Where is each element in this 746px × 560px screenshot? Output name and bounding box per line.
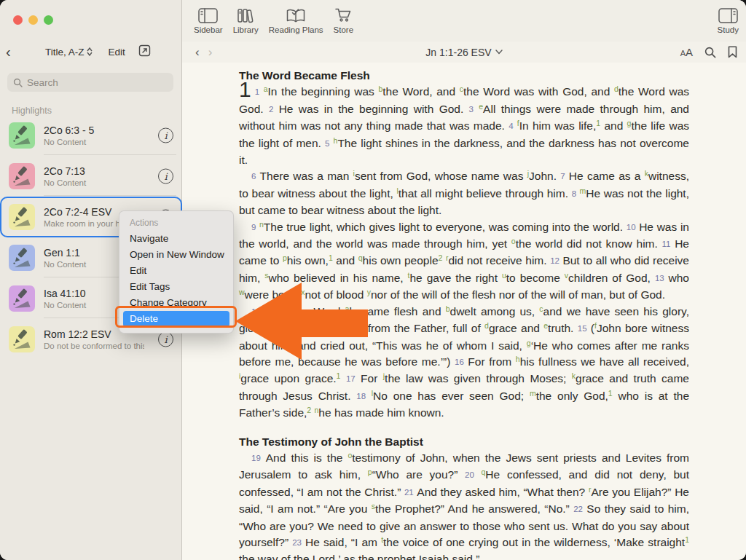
crossref-letter[interactable]: l bbox=[372, 389, 373, 398]
main-toolbar: Sidebar Library Reading Plans bbox=[182, 0, 746, 42]
crossref-letter[interactable]: f bbox=[594, 321, 597, 330]
crossref-letter[interactable]: o bbox=[511, 237, 516, 245]
verse-text: grace upon grace. bbox=[240, 372, 336, 384]
crossref-letter[interactable]: c bbox=[539, 304, 543, 313]
crossref-letter[interactable]: d bbox=[614, 84, 619, 93]
toolbar-library-label: Library bbox=[233, 25, 259, 34]
search-icon bbox=[13, 78, 23, 87]
crossref-letter[interactable]: o bbox=[348, 451, 352, 460]
bookmark-icon[interactable] bbox=[728, 46, 737, 58]
verse-number: 21 bbox=[404, 488, 416, 497]
context-menu-item[interactable]: Open in New Window bbox=[119, 247, 233, 263]
reading-plans-icon bbox=[286, 7, 306, 23]
annotation-arrow-icon bbox=[235, 278, 369, 361]
footnote-marker[interactable]: 2 bbox=[307, 406, 311, 414]
context-menu-item[interactable]: Navigate bbox=[119, 231, 233, 247]
footnote-marker[interactable]: 1 bbox=[685, 535, 689, 544]
verse-text: In him was life, bbox=[519, 119, 597, 132]
verse-text: and bbox=[600, 119, 627, 132]
verse-text: he has made him known. bbox=[318, 406, 444, 419]
crossref-letter[interactable]: g bbox=[527, 339, 531, 347]
zoom-window-button[interactable] bbox=[44, 15, 53, 25]
toolbar-library-button[interactable]: Library bbox=[233, 8, 259, 34]
crossref-letter[interactable]: j bbox=[383, 371, 385, 380]
crossref-letter[interactable]: b bbox=[446, 304, 450, 313]
sidebar-back-button[interactable]: ‹ bbox=[6, 44, 19, 59]
verse-text: For bbox=[361, 372, 383, 384]
toolbar-store-button[interactable]: Store bbox=[334, 7, 354, 34]
history-back-button[interactable]: ‹ bbox=[191, 46, 204, 58]
verse-text: And they asked him, “What then? bbox=[417, 486, 589, 498]
search-icon[interactable] bbox=[704, 47, 716, 58]
footnote-marker[interactable]: 2 bbox=[439, 253, 443, 262]
sort-chevrons-icon bbox=[87, 47, 93, 56]
crossref-letter[interactable]: r bbox=[589, 485, 592, 494]
toolbar-study-label: Study bbox=[718, 25, 739, 34]
footnote-marker[interactable]: 1 bbox=[596, 119, 600, 127]
footnote-marker[interactable]: 1 bbox=[337, 371, 341, 380]
crossref-letter[interactable]: k bbox=[572, 371, 576, 380]
crossref-letter[interactable]: h bbox=[516, 355, 520, 363]
footnote-marker[interactable]: 1 bbox=[329, 253, 333, 262]
crossref-letter[interactable]: e bbox=[543, 321, 548, 330]
crossref-letter[interactable]: b bbox=[378, 84, 382, 93]
crossref-letter[interactable]: p bbox=[283, 253, 287, 262]
crossref-letter[interactable]: s bbox=[372, 502, 375, 510]
close-window-button[interactable] bbox=[13, 15, 23, 25]
crossref-letter[interactable]: h bbox=[334, 136, 338, 145]
crossref-letter[interactable]: r bbox=[446, 253, 449, 262]
verse-number: 8 bbox=[572, 189, 579, 198]
crossref-letter[interactable]: d bbox=[484, 321, 489, 330]
crossref-letter[interactable]: q bbox=[358, 253, 363, 262]
text-size-button[interactable]: AA bbox=[680, 46, 693, 58]
context-menu-item[interactable]: Edit Tags bbox=[119, 279, 233, 295]
verse-text: John. bbox=[529, 170, 560, 182]
info-button[interactable]: i bbox=[158, 128, 173, 143]
verse-text: the way of the Lord,’ as the prophet Isa… bbox=[239, 553, 479, 560]
context-menu-item[interactable]: Edit bbox=[119, 263, 233, 279]
crossref-letter[interactable]: n bbox=[259, 220, 264, 229]
highlight-list-item[interactable]: 2Co 7:13 No Content i bbox=[0, 156, 182, 197]
section-heading: The Word Became Flesh bbox=[239, 68, 689, 84]
crossref-letter[interactable]: t bbox=[381, 535, 383, 544]
crossref-letter[interactable]: g bbox=[627, 119, 632, 127]
crossref-letter[interactable]: n bbox=[315, 406, 319, 414]
verse-number: 3 bbox=[469, 105, 479, 114]
crossref-letter[interactable]: m bbox=[580, 186, 586, 195]
search-input[interactable]: Search bbox=[7, 73, 173, 92]
crossref-letter[interactable]: m bbox=[530, 389, 536, 398]
history-forward-button[interactable]: › bbox=[204, 46, 217, 58]
toolbar-sidebar-button[interactable]: Sidebar bbox=[194, 8, 223, 34]
crossref-letter[interactable]: p bbox=[368, 468, 372, 476]
footnote-marker[interactable]: 1 bbox=[608, 389, 613, 398]
crossref-letter[interactable]: a bbox=[264, 84, 268, 93]
toolbar-study-button[interactable]: Study bbox=[718, 8, 739, 34]
window-controls bbox=[13, 15, 53, 25]
crossref-letter[interactable]: i bbox=[239, 371, 240, 380]
minimize-window-button[interactable] bbox=[28, 15, 38, 25]
crossref-letter[interactable]: k bbox=[645, 169, 648, 178]
info-button[interactable]: i bbox=[158, 332, 173, 347]
sort-order-dropdown[interactable]: Title, A-Z bbox=[45, 47, 93, 58]
crossref-letter[interactable]: e bbox=[479, 102, 483, 111]
info-button[interactable]: i bbox=[158, 169, 173, 184]
highlight-reference: 2Co 7:13 bbox=[44, 165, 144, 177]
crossref-letter[interactable]: i bbox=[353, 169, 355, 178]
toolbar-reading-plans-button[interactable]: Reading Plans bbox=[269, 7, 323, 34]
verse-text: The true light, which gives light to eve… bbox=[264, 221, 627, 233]
verse-text: from the Father, full of bbox=[364, 322, 484, 334]
crossref-letter[interactable]: f bbox=[517, 119, 519, 127]
crossref-letter[interactable]: j bbox=[527, 169, 529, 178]
verse-paragraph: 6 There was a man isent from God, whose … bbox=[239, 168, 689, 218]
verse-number: 20 bbox=[465, 470, 480, 479]
crossref-letter[interactable]: q bbox=[482, 468, 486, 476]
crossref-letter[interactable]: v bbox=[565, 271, 568, 280]
edit-button[interactable]: Edit bbox=[109, 47, 125, 58]
crossref-letter[interactable]: u bbox=[502, 271, 506, 280]
verse-text: the world did not know him. bbox=[516, 237, 662, 250]
crossref-letter[interactable]: l bbox=[396, 186, 398, 195]
passage-reference-dropdown[interactable]: Jn 1:1-26 ESV bbox=[425, 47, 491, 58]
highlight-list-item[interactable]: 2Co 6:3 - 5 No Content i bbox=[0, 115, 182, 156]
open-in-window-icon[interactable] bbox=[138, 44, 151, 60]
crossref-letter[interactable]: c bbox=[460, 84, 463, 93]
